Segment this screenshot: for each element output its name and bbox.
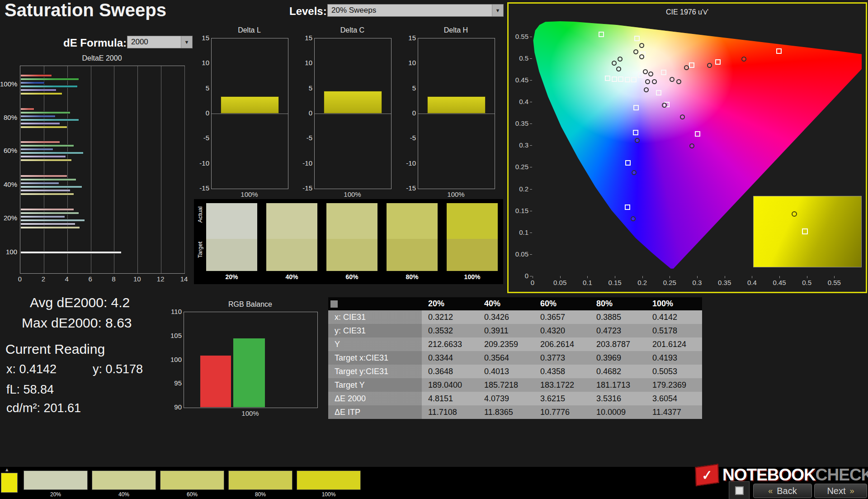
delta-l-y-tick-label: -10 xyxy=(194,159,209,167)
delta-h-y-tick-label: 0 xyxy=(401,109,416,117)
de-formula-label: dE Formula: xyxy=(63,37,127,49)
deltae2000-gridline xyxy=(161,66,161,273)
deltae2000-bar xyxy=(20,185,82,188)
delta-c-plot xyxy=(314,38,392,189)
cie-x-tick xyxy=(642,276,643,278)
cie-inset-swatch xyxy=(753,196,862,267)
strip-swatch[interactable] xyxy=(228,470,292,490)
current-y: y: 0.5178 xyxy=(93,362,143,376)
table-row: ΔE 20004.81514.07393.62153.53163.6054 xyxy=(328,392,702,405)
table-row: Target Y189.0400185.7218183.1722181.1713… xyxy=(328,378,702,392)
cie-x-tick xyxy=(560,276,561,278)
cie-measured-point xyxy=(635,138,640,143)
cie-x-tick xyxy=(697,276,698,278)
rgb-bar xyxy=(233,338,265,408)
back-button[interactable]: « Back xyxy=(753,484,812,498)
max-de2000: Max dE2000: 8.63 xyxy=(22,315,132,331)
cie-x-tick xyxy=(725,276,725,278)
cie-measured-point xyxy=(643,69,648,74)
cie-target-point xyxy=(633,105,639,110)
delta-c-y-tick-label: -15 xyxy=(297,184,312,192)
cie-x-tick xyxy=(615,276,615,278)
de-formula-dropdown[interactable]: 2000 ▼ xyxy=(127,36,193,48)
table-cell: 0.3657 xyxy=(534,310,590,324)
deltae2000-bar xyxy=(20,175,67,177)
strip-swatch[interactable] xyxy=(297,470,361,490)
rgb-y-tick-label: 90 xyxy=(166,403,182,411)
table-row-label: y: CIE31 xyxy=(328,324,422,337)
deltae2000-gridline xyxy=(44,66,44,273)
cie-y-tick xyxy=(530,167,532,167)
table-cell: 3.6215 xyxy=(534,392,590,405)
table-cell: 4.0739 xyxy=(478,392,534,405)
cie-x-tick-label: 0.1 xyxy=(578,279,596,286)
table-cell: 0.3648 xyxy=(422,365,478,378)
table-row: Target y:CIE310.36480.40130.43580.46820.… xyxy=(328,365,702,378)
cie-target-point xyxy=(689,62,694,68)
swatch-actual xyxy=(447,203,498,239)
strip-swatch[interactable] xyxy=(92,470,156,490)
table-cell: 0.3532 xyxy=(422,324,478,337)
delta-h-plot xyxy=(418,38,495,189)
deltae2000-bar xyxy=(20,141,60,143)
de-formula-value: 2000 xyxy=(127,38,181,47)
data-table: 20%40%60%80%100%x: CIE310.32120.34260.36… xyxy=(328,297,702,419)
table-cell: 179.2369 xyxy=(646,378,702,392)
swatch-target xyxy=(326,239,377,271)
cie-x-tick xyxy=(587,276,588,278)
page-title: Saturation Sweeps xyxy=(5,0,166,20)
strip-swatch[interactable] xyxy=(24,470,88,490)
table-row-label: ΔE ITP xyxy=(328,405,422,419)
cie-y-tick xyxy=(530,37,532,37)
swatch-target xyxy=(266,239,317,271)
levels-dropdown[interactable]: 20% Sweeps ▼ xyxy=(327,4,504,17)
cie-target-point xyxy=(695,131,700,137)
table-cell: 10.0009 xyxy=(590,405,646,419)
table-row: x: CIE310.32120.34260.36570.38850.4142 xyxy=(328,310,702,324)
strip-swatch[interactable] xyxy=(160,470,224,490)
avg-de2000: Avg dE2000: 4.2 xyxy=(30,295,130,310)
cie-y-tick-label: 0.15 xyxy=(509,207,528,214)
cie-inset-measured-point xyxy=(792,211,797,217)
table-row: Target x:CIE310.33440.35640.37730.39690.… xyxy=(328,351,702,365)
cie-y-tick xyxy=(530,189,532,190)
delta-c-xlabel: 100% xyxy=(314,190,391,198)
deltae2000-bar xyxy=(20,212,79,214)
table-col-header: 60% xyxy=(534,297,590,310)
cie-measured-point xyxy=(612,61,617,66)
cie-y-tick-label: 0.55 xyxy=(509,33,528,40)
cie-y-tick xyxy=(530,102,532,102)
app-root: Saturation Sweeps Levels: 20% Sweeps ▼ d… xyxy=(0,0,868,499)
table-cell: 0.5053 xyxy=(646,365,702,378)
deltae2000-x-tick-label: 14 xyxy=(177,275,191,283)
chevron-up-icon[interactable]: ▴ xyxy=(5,466,9,473)
levels-label: Levels: xyxy=(289,5,327,18)
table-cell: 203.8787 xyxy=(590,337,646,351)
deltae2000-y-tick-label: 80% xyxy=(0,114,17,121)
back-arrows-icon: « xyxy=(768,486,773,496)
deltae2000-gridline xyxy=(91,66,91,273)
cie-y-tick-label: 0.4 xyxy=(509,98,528,105)
table-cell: 0.4013 xyxy=(478,365,534,378)
cie-inset-target-point xyxy=(802,228,808,234)
cie-measured-point xyxy=(680,114,685,119)
cie-target-point xyxy=(638,72,643,78)
delta-h-xlabel: 100% xyxy=(418,190,494,198)
deltae2000-bar xyxy=(20,115,56,118)
delta-l-y-tick-label: 5 xyxy=(194,84,209,92)
rgb-xlabel: 100% xyxy=(184,409,317,417)
next-button[interactable]: Next » xyxy=(814,484,867,498)
deltae2000-bar xyxy=(20,208,74,211)
table-cell: 0.3564 xyxy=(478,351,534,365)
table-cell: 0.4193 xyxy=(646,351,702,365)
levels-value: 20% Sweeps xyxy=(328,6,492,15)
deltae2000-bar xyxy=(20,122,60,125)
current-reading-title: Current Reading xyxy=(5,342,105,357)
square-icon xyxy=(735,486,744,495)
table-cell: 0.4723 xyxy=(590,324,646,337)
window-button[interactable] xyxy=(729,481,750,499)
table-cell: 10.7776 xyxy=(534,405,590,419)
notebookcheck-logo[interactable]: ✓ NOTEBOOKCHECK xyxy=(695,464,868,486)
cie-x-tick xyxy=(670,276,670,278)
table-cell: 0.3969 xyxy=(590,351,646,365)
